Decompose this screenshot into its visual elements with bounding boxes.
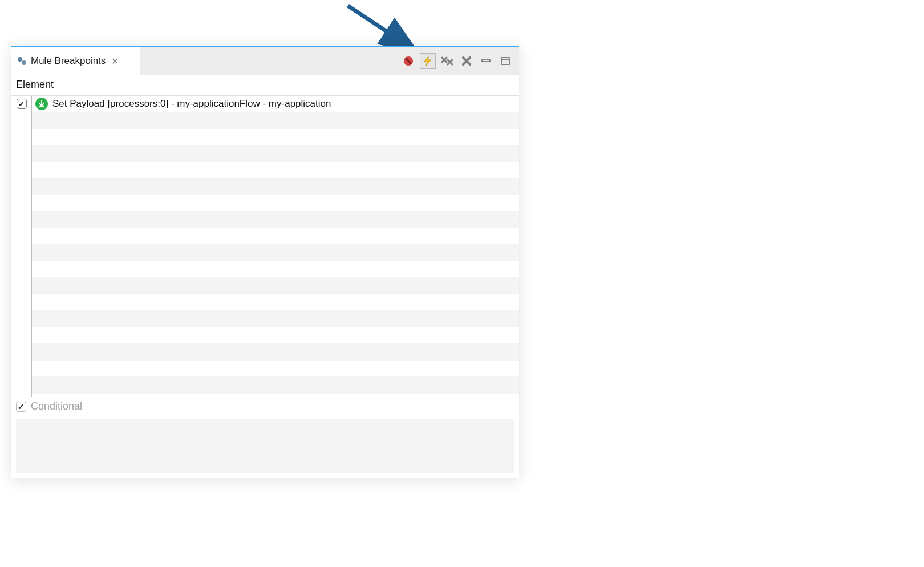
remove-button[interactable] <box>459 53 475 69</box>
maximize-icon <box>500 56 510 66</box>
table-row <box>32 343 519 361</box>
error-breakpoint-button[interactable] <box>400 53 416 69</box>
maximize-button[interactable] <box>497 53 513 69</box>
minimize-icon <box>481 56 491 66</box>
condition-expression-area <box>16 419 514 473</box>
breakpoint-enabled-checkbox[interactable] <box>17 99 27 109</box>
svg-line-1 <box>348 6 412 48</box>
view-toolbar <box>400 47 517 75</box>
table-row <box>32 361 519 376</box>
x-icon <box>461 56 472 66</box>
conditional-section: Conditional <box>11 397 519 419</box>
table-row <box>32 244 519 261</box>
breakpoint-label: Set Payload [processors:0] - my-applicat… <box>52 98 331 110</box>
set-payload-icon <box>35 98 48 110</box>
table-row <box>32 178 519 195</box>
conditional-label: Conditional <box>31 400 82 412</box>
table-row <box>32 261 519 277</box>
lightning-icon <box>423 56 433 66</box>
table-row <box>32 376 519 394</box>
remove-all-button[interactable] <box>439 53 455 69</box>
error-breakpoint-icon <box>403 56 414 66</box>
tab-bar: Mule Breakpoints ✕ <box>11 46 519 75</box>
minimize-button[interactable] <box>478 53 494 69</box>
breakpoint-row[interactable]: Set Payload [processors:0] - my-applicat… <box>32 96 519 112</box>
table-row <box>32 129 519 145</box>
table-row <box>32 112 519 129</box>
panel-body: Element Set Payload [processors:0] - my-… <box>11 75 519 478</box>
rows-column: Set Payload [processors:0] - my-applicat… <box>32 96 519 397</box>
table-row <box>32 294 519 310</box>
svg-rect-11 <box>482 60 490 62</box>
table-row <box>32 277 519 294</box>
table-row <box>32 211 519 228</box>
tab-mule-breakpoints[interactable]: Mule Breakpoints ✕ <box>11 47 140 75</box>
table-row <box>32 310 519 327</box>
svg-marker-4 <box>424 56 431 66</box>
table-row <box>32 162 519 178</box>
checkbox-column <box>11 96 32 397</box>
table-row <box>32 228 519 244</box>
breakpoints-view-icon <box>17 56 27 66</box>
tab-title: Mule Breakpoints <box>31 55 106 67</box>
svg-rect-12 <box>501 58 509 64</box>
table-row <box>32 327 519 343</box>
conditional-checkbox <box>16 402 26 412</box>
column-header-element[interactable]: Element <box>11 75 519 96</box>
exception-breakpoint-button[interactable] <box>420 53 436 69</box>
double-x-icon <box>441 56 453 66</box>
breakpoints-table: Set Payload [processors:0] - my-applicat… <box>11 96 519 397</box>
mule-breakpoints-panel: Mule Breakpoints ✕ <box>11 46 519 478</box>
table-row <box>32 145 519 162</box>
close-tab-icon[interactable]: ✕ <box>111 56 119 67</box>
table-row <box>32 195 519 211</box>
